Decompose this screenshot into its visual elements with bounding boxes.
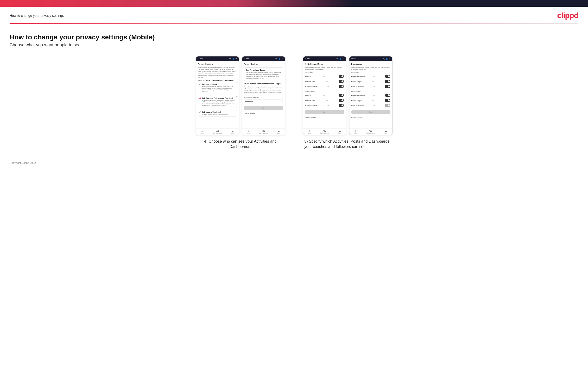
- nav-menu-4[interactable]: ☰ Menu: [385, 130, 388, 134]
- option-approved[interactable]: Only Approved Followers and Your Coach O…: [198, 96, 237, 108]
- back-button-3[interactable]: ‹ Back: [305, 58, 310, 59]
- toggle-coaches-work-on-switch[interactable]: [385, 85, 390, 88]
- phone-body-2: Privacy Controls Only You and Your Coach…: [242, 61, 285, 128]
- caption-left: 4) Choose who can see your Activities an…: [197, 139, 284, 150]
- coaches-drills-label: Practice Drills: [305, 81, 316, 82]
- nav-performance-4[interactable]: ⌫ My Performance: [366, 130, 375, 134]
- header-icons-2: 🔍 👤 ⚙: [275, 58, 283, 60]
- option-only-you-desc: Only you and the coaches you connect wit…: [202, 113, 229, 115]
- followers-drills-label: Practice Drills: [305, 100, 316, 101]
- radio-approved[interactable]: [199, 98, 201, 99]
- toggle-followers-player-dash-switch[interactable]: [385, 94, 390, 97]
- section-divider: [294, 57, 294, 149]
- nav-performance-3[interactable]: ⌫ My Performance: [320, 130, 329, 134]
- back-button-2[interactable]: ‹ Back: [244, 58, 249, 59]
- settings-icon-3[interactable]: ⚙: [343, 58, 344, 60]
- tab-bar: Privacy Controls: [244, 63, 283, 66]
- phone-screen-4: ‹ Back 🔍 👤 ⚙ Dashboards Select the dashb…: [349, 56, 392, 135]
- followers-work-on-label: What To Work On: [351, 105, 364, 106]
- phone-screen-3: ‹ Back 🔍 👤 ⚙ Activities and Posts Select…: [303, 56, 346, 135]
- phone-header-2: ‹ Back 🔍 👤 ⚙: [242, 57, 285, 61]
- menu-row-activities[interactable]: Activities and Posts ›: [244, 95, 283, 100]
- toggle-coaches-round-insights-switch[interactable]: [385, 80, 390, 83]
- back-chevron-icon-4: ‹: [351, 58, 352, 59]
- nav-menu-1[interactable]: ☰ Menu: [231, 130, 234, 134]
- activities-posts-label: Activities and Posts: [244, 97, 259, 98]
- radio-only-you[interactable]: [199, 111, 201, 113]
- toggle-followers-rounds-switch[interactable]: [339, 94, 344, 97]
- footer: Copyright Clippd 2022: [0, 157, 588, 169]
- nav-home-2[interactable]: ⌂ Home: [247, 130, 250, 134]
- person-icon[interactable]: 👤: [232, 58, 234, 60]
- settings-icon[interactable]: ⚙: [235, 58, 237, 60]
- toggle-followers-round-insights-switch[interactable]: [385, 99, 390, 102]
- phone-nav-4: ⌂ Home ⌫ My Performance ☰ Menu: [349, 128, 392, 135]
- save-button-3[interactable]: Save: [305, 110, 344, 114]
- phone-nav-1: ⌂ Home ⌫ My Performance ☰ Menu: [196, 128, 239, 135]
- search-icon-3[interactable]: 🔍: [337, 58, 339, 60]
- followers-round-insights-on: ON: [372, 100, 374, 101]
- followers-label-3: FOLLOWERS: [305, 91, 344, 92]
- coaches-work-on-on: ON: [373, 86, 375, 87]
- toggle-followers-drills-switch[interactable]: [339, 99, 344, 102]
- phone-nav-2: ⌂ Home ⌫ My Performance ☰ Menu: [242, 128, 285, 135]
- toggle-coaches-manual: Manual Activities ON: [305, 84, 344, 89]
- radio-everyone[interactable]: [199, 83, 201, 85]
- tooltip-box: Only You and Your Coach Only you and the…: [244, 67, 283, 81]
- toggle-coaches-drills: Practice Drills ON: [305, 79, 344, 84]
- coaches-manual-on-text: ON: [327, 86, 329, 87]
- toggle-coaches-manual-switch[interactable]: [339, 85, 344, 88]
- nav-performance-1[interactable]: ⌫ My Performance: [213, 130, 222, 134]
- header-icons-1: 🔍 👤 ⚙: [229, 58, 237, 60]
- nav-home-3[interactable]: ⌂ Home: [308, 130, 311, 134]
- back-button-1[interactable]: ‹ Back: [198, 58, 203, 59]
- tab-privacy-controls[interactable]: Privacy Controls: [244, 63, 259, 66]
- privacy-controls-desc: Control how you and your data appears to…: [198, 66, 237, 78]
- nav-performance-2[interactable]: ⌫ My Performance: [259, 130, 268, 134]
- search-icon-4[interactable]: 🔍: [383, 58, 385, 60]
- save-button-2[interactable]: Save: [244, 106, 283, 110]
- toggle-followers-manual-switch[interactable]: [339, 104, 344, 107]
- toggle-coaches-round-insights: Round Insights ON: [351, 79, 390, 84]
- person-icon-3[interactable]: 👤: [340, 58, 342, 60]
- toggle-coaches-drills-switch[interactable]: [339, 80, 344, 83]
- nav-menu-2[interactable]: ☰ Menu: [277, 130, 280, 134]
- save-button-4[interactable]: Save: [351, 110, 390, 114]
- screenshots-row: ‹ Back 🔍 👤 ⚙ Privacy Controls Control ho…: [10, 56, 578, 150]
- menu-row-dashboards[interactable]: Dashboards ›: [244, 100, 283, 104]
- option-only-you[interactable]: Only You and Your Coach Only you and the…: [198, 110, 237, 117]
- toggle-followers-round-insights: Round Insights ON: [351, 98, 390, 103]
- settings-icon-2[interactable]: ⚙: [282, 58, 283, 60]
- toggle-coaches-work-on: What To Work On ON: [351, 84, 390, 89]
- show-hide-text: Regardless of the privacy controls that …: [244, 86, 283, 94]
- logo: clippd: [557, 11, 578, 20]
- option-only-you-title: Only You and Your Coach: [202, 111, 229, 113]
- search-icon[interactable]: 🔍: [229, 58, 231, 60]
- nav-home-4[interactable]: ⌂ Home: [354, 130, 357, 134]
- followers-player-dash-label: Player Dashboard: [351, 95, 365, 96]
- followers-rounds-on-text: ON: [323, 95, 325, 96]
- back-button-4[interactable]: ‹ Back: [351, 58, 356, 59]
- back-chevron-icon: ‹: [198, 58, 199, 59]
- search-icon-2[interactable]: 🔍: [275, 58, 277, 60]
- followers-rounds-label: Rounds: [305, 95, 311, 96]
- coaches-label-4: COACHES: [351, 72, 390, 73]
- person-icon-2[interactable]: 👤: [278, 58, 281, 60]
- toggle-followers-rounds: Rounds ON: [305, 93, 344, 98]
- help-support-3: Help & Support: [305, 115, 344, 119]
- toggle-coaches-player-dash-switch[interactable]: [385, 75, 390, 78]
- followers-manual-on-text: ON: [327, 105, 329, 106]
- settings-icon-4[interactable]: ⚙: [389, 58, 390, 60]
- nav-menu-3[interactable]: ☰ Menu: [338, 130, 341, 134]
- person-icon-4[interactable]: 👤: [386, 58, 388, 60]
- top-bar: [0, 0, 588, 7]
- chart-icon-4: ⌫: [369, 130, 372, 132]
- toggle-followers-manual: Manual Activities ON: [305, 103, 344, 108]
- nav-home-1[interactable]: ⌂ Home: [200, 130, 204, 134]
- toggle-followers-work-on-switch[interactable]: [385, 104, 390, 107]
- option-everyone[interactable]: Everyone on Clippd Everyone on Clippd ca…: [198, 82, 237, 94]
- toggle-coaches-rounds-switch[interactable]: [339, 75, 344, 78]
- toggle-followers-drills: Practice Drills ON: [305, 98, 344, 103]
- screenshot-group-left: ‹ Back 🔍 👤 ⚙ Privacy Controls Control ho…: [196, 56, 285, 150]
- option-approved-desc: Only approved followers and coaches you …: [202, 100, 235, 107]
